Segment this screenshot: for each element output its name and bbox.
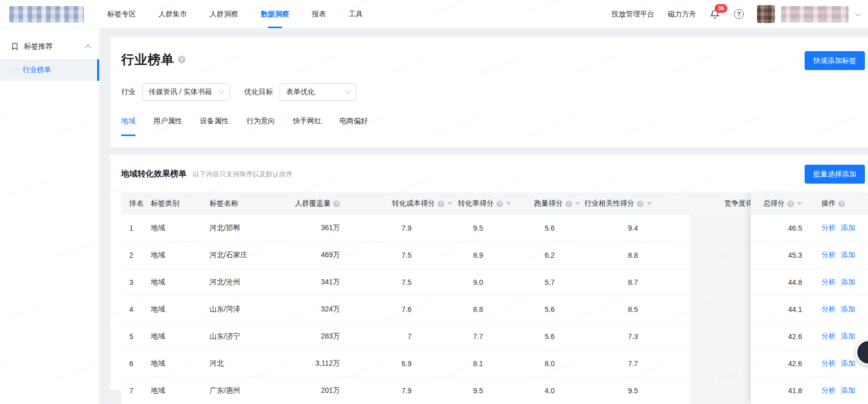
cell-total-score: 44.8	[751, 269, 806, 296]
col-header-cvr_score: 转化率得分?	[452, 192, 511, 215]
top-nav: 标签专区人群集市人群洞察数据洞察报表工具 投放管理平台磁力方舟 36 ?	[0, 0, 868, 29]
cell-coverage: 283万	[291, 323, 340, 350]
action-link-分析[interactable]: 分析	[821, 332, 836, 341]
action-link-分析[interactable]: 分析	[821, 278, 836, 287]
optimization-goal-select[interactable]: 表单优化	[280, 83, 356, 101]
cell-coverage: 361万	[291, 215, 340, 242]
top-link-投放管理平台[interactable]: 投放管理平台	[611, 10, 654, 19]
column-help-icon[interactable]: ?	[496, 200, 503, 207]
cell-name: 河北/沧州	[210, 269, 291, 296]
cell-volume_score: 5.6	[511, 296, 580, 323]
fixed-columns: 总得分?操作? 46.5分析添加45.3分析添加44.8分析添加44.1分析添加…	[750, 192, 868, 404]
col-header-label: 竞争度得	[724, 199, 753, 208]
main-content: 行业榜单 ? 快速添加标签 行业 传媒资讯 / 实体书籍 优化目标 表单优化 地…	[99, 29, 868, 404]
filter-row: 行业 传媒资讯 / 实体书籍 优化目标 表单优化	[121, 83, 865, 101]
goal-filter-label: 优化目标	[244, 87, 273, 97]
action-link-分析[interactable]: 分析	[821, 223, 836, 233]
cell-category: 地域	[151, 350, 210, 377]
column-help-icon[interactable]: ?	[787, 200, 794, 207]
column-help-icon[interactable]: ?	[838, 200, 845, 207]
column-help-icon[interactable]: ?	[637, 200, 644, 207]
action-link-分析[interactable]: 分析	[821, 386, 836, 395]
cell-cost_score: 6.9	[340, 350, 452, 377]
sort-caret-icon[interactable]	[575, 202, 580, 205]
cell-relevance_score: 8.7	[580, 269, 652, 296]
tab-行为意向[interactable]: 行为意向	[246, 117, 275, 136]
industry-select[interactable]: 传媒资讯 / 实体书籍	[142, 83, 230, 101]
cell-total-score: 46.5	[751, 215, 806, 242]
col-header-label: 总得分	[763, 199, 785, 208]
sidebar-group-tag-recommend[interactable]: 标签推荐	[0, 36, 99, 57]
cell-category: 地域	[151, 296, 210, 323]
question-circle-icon[interactable]: ?	[734, 9, 744, 19]
tab-设备属性[interactable]: 设备属性	[200, 117, 229, 136]
cell-coverage: 341万	[291, 269, 340, 296]
column-help-icon[interactable]: ?	[438, 200, 444, 207]
cell-cvr_score: 9.5	[452, 377, 511, 404]
cell-total-score: 45.3	[751, 242, 806, 269]
col-header-relevance_score: 行业相关性得分?	[580, 192, 652, 215]
nav-item-报表[interactable]: 报表	[312, 0, 326, 28]
sort-caret-icon[interactable]	[797, 202, 802, 205]
col-header-label: 转化成本得分	[392, 199, 435, 208]
action-link-添加[interactable]: 添加	[841, 359, 855, 368]
quick-add-tag-button[interactable]: 快速添加标签	[805, 51, 865, 70]
cell-cost_score: 7.6	[340, 296, 452, 323]
cell-relevance_score: 7.3	[580, 323, 652, 350]
nav-item-数据洞察[interactable]: 数据洞察	[261, 0, 289, 28]
tab-地域[interactable]: 地域	[121, 117, 135, 136]
cell-cost_score: 7.9	[340, 215, 452, 242]
cell-cvr_score: 8.8	[452, 296, 511, 323]
notification-bell[interactable]: 36	[710, 9, 721, 20]
app-logo[interactable]	[9, 6, 84, 23]
sort-caret-icon[interactable]	[447, 202, 452, 205]
nav-item-标签专区[interactable]: 标签专区	[107, 0, 136, 28]
chevron-up-icon[interactable]	[85, 44, 90, 50]
batch-add-button[interactable]: 批量选择添加	[805, 165, 865, 184]
cell-rank: 2	[121, 242, 151, 269]
action-link-添加[interactable]: 添加	[841, 278, 855, 287]
cell-name: 河北	[210, 350, 291, 377]
action-link-分析[interactable]: 分析	[821, 251, 836, 260]
action-link-添加[interactable]: 添加	[841, 251, 855, 260]
top-link-磁力方舟[interactable]: 磁力方舟	[668, 10, 696, 19]
action-link-添加[interactable]: 添加	[841, 223, 855, 233]
chevron-down-icon[interactable]	[855, 10, 860, 16]
column-help-icon[interactable]: ?	[565, 200, 572, 207]
col-header-volume_score: 跑量得分?	[511, 192, 580, 215]
title-help-icon[interactable]: ?	[178, 56, 186, 63]
sort-caret-icon[interactable]	[647, 202, 652, 205]
action-link-添加[interactable]: 添加	[841, 386, 855, 395]
cell-volume_score: 5.6	[511, 215, 580, 242]
cell-cvr_score: 8.1	[452, 350, 511, 377]
avatar[interactable]	[757, 5, 775, 23]
nav-item-人群洞察[interactable]: 人群洞察	[210, 0, 238, 28]
section-title: 地域转化效果榜单	[121, 169, 187, 179]
action-link-分析[interactable]: 分析	[821, 305, 836, 314]
cell-cvr_score: 7.7	[452, 323, 511, 350]
nav-item-工具[interactable]: 工具	[349, 0, 363, 28]
cell-rank: 1	[121, 215, 151, 242]
action-link-添加[interactable]: 添加	[841, 305, 855, 314]
column-help-icon[interactable]: ?	[333, 200, 340, 207]
tab-用户属性[interactable]: 用户属性	[153, 117, 182, 136]
cell-category: 地域	[151, 377, 210, 404]
action-link-添加[interactable]: 添加	[841, 332, 855, 341]
cell-relevance_score: 9.5	[580, 377, 652, 404]
sidebar-item-industry-ranking[interactable]: 行业榜单	[0, 59, 99, 81]
tab-快手网红[interactable]: 快手网红	[293, 117, 322, 136]
cell-cost_score: 7.5	[340, 269, 452, 296]
cell-relevance_score: 8.8	[580, 242, 652, 269]
cell-volume_score: 5.6	[511, 323, 580, 350]
cell-actions: 分析添加	[806, 269, 868, 296]
col-header-rank: 排名	[121, 192, 151, 215]
nav-item-人群集市[interactable]: 人群集市	[158, 0, 187, 28]
cell-category: 地域	[151, 323, 210, 350]
username[interactable]	[781, 6, 849, 23]
col-header-label: 转化率得分	[458, 199, 494, 208]
industry-filter-label: 行业	[121, 87, 135, 97]
tab-电商偏好[interactable]: 电商偏好	[339, 117, 368, 136]
table-row-fixed: 45.3分析添加	[751, 242, 868, 269]
sort-caret-icon[interactable]	[506, 202, 511, 205]
action-link-分析[interactable]: 分析	[821, 359, 836, 368]
